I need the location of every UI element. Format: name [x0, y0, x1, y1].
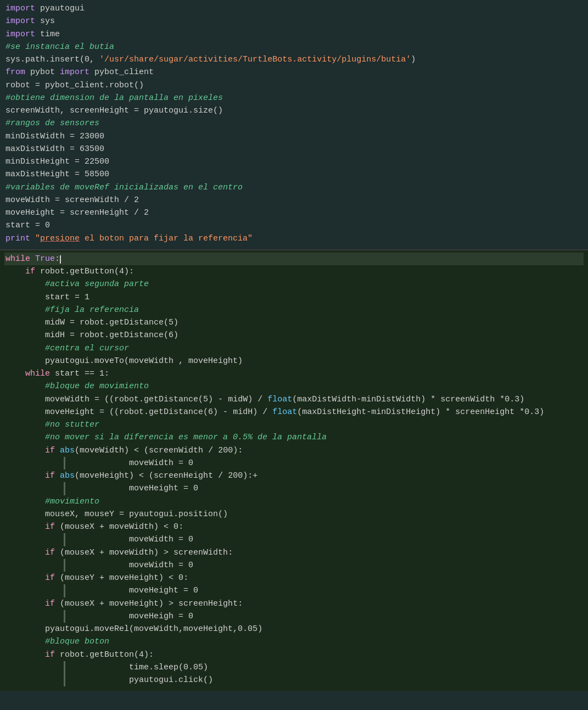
block-line-group: moveHeight = 0: [4, 584, 584, 597]
code-line: #obtiene dimension de la pantalla en pix…: [4, 92, 584, 104]
code-line: #no stutter: [4, 418, 584, 431]
code-line: moveHeight = 0: [65, 584, 584, 597]
code-line: moveWidth = ((robot.getDistance(5) - mid…: [4, 393, 584, 406]
code-line: #variables de moveRef inicializadas en e…: [4, 181, 584, 194]
code-line: midH = robot.getDistance(6): [4, 329, 584, 342]
code-editor[interactable]: import pyautogui import sys import time …: [0, 0, 588, 710]
code-line: #fija la referencia: [4, 304, 584, 316]
code-line: if (mouseY + moveHeight) < 0:: [4, 572, 584, 584]
code-line: time.sleep(0.05): [65, 661, 584, 674]
block-line-group: moveHeigh = 0: [4, 610, 584, 623]
code-line: start = 0: [4, 219, 584, 232]
code-line: minDistWidth = 23000: [4, 130, 584, 143]
code-line: import pyautogui: [4, 2, 584, 15]
code-line: sys.path.insert(0, '/usr/share/sugar/act…: [4, 53, 584, 66]
code-line: maxDistWidth = 63500: [4, 143, 584, 155]
code-line: moveHeigh = 0: [65, 610, 584, 623]
block-line-group: moveWidth = 0: [4, 533, 584, 546]
code-line: if abs(moveHeight) < (screenHeight / 200…: [4, 469, 584, 482]
code-line: if robot.getButton(4):: [4, 648, 584, 661]
code-line: minDistHeight = 22500: [4, 155, 584, 168]
code-line: moveWidth = 0: [65, 457, 584, 469]
code-line: moveHeight = 0: [65, 482, 584, 495]
code-line: moveWidth = 0: [65, 559, 584, 572]
code-line-while-true: while True:: [4, 253, 584, 265]
code-line: import time: [4, 28, 584, 41]
code-line: pyautogui.click(): [65, 674, 584, 686]
code-line: moveHeight = screenHeight / 2: [4, 206, 584, 219]
code-line: start = 1: [4, 291, 584, 304]
code-line: #bloque boton: [4, 635, 584, 648]
block-line-group: moveWidth = 0: [4, 457, 584, 469]
block-line-group: moveWidth = 0: [4, 559, 584, 572]
code-line: moveWidth = screenWidth / 2: [4, 194, 584, 206]
code-line: print "presione el boton para fijar la r…: [4, 232, 584, 245]
code-line: screenWidth, screenHeight = pyautogui.si…: [4, 104, 584, 117]
code-line: #movimiento: [4, 495, 584, 508]
code-line: while start == 1:: [4, 367, 584, 380]
code-line: #centra el cursor: [4, 342, 584, 355]
code-line: #se instancia el butia: [4, 41, 584, 53]
code-line: pyautogui.moveRel(moveWidth,moveHeight,0…: [4, 623, 584, 635]
code-line: #activa segunda parte: [4, 278, 584, 290]
code-line: pyautogui.moveTo(moveWidth , moveHeight): [4, 355, 584, 367]
code-line: if (mouseX + moveWidth) > screenWidth:: [4, 546, 584, 559]
code-line: #bloque de movimiento: [4, 380, 584, 393]
code-line: maxDistHeight = 58500: [4, 168, 584, 181]
code-line: mouseX, mouseY = pyautogui.position(): [4, 508, 584, 521]
top-section: import pyautogui import sys import time …: [0, 0, 588, 249]
code-line: #rangos de sensores: [4, 117, 584, 130]
code-line: import sys: [4, 15, 584, 27]
code-line: from pybot import pybot_client: [4, 66, 584, 79]
code-line: if (mouseX + moveWidth) < 0:: [4, 521, 584, 533]
code-line: moveHeight = ((robot.getDistance(6) - mi…: [4, 406, 584, 418]
code-line: if (mouseX + moveHeight) > screenHeight:: [4, 597, 584, 610]
bottom-section: while True: if robot.getButton(4): #acti…: [0, 250, 588, 691]
code-line: robot = pybot_client.robot(): [4, 79, 584, 92]
code-line: #no mover si la diferencia es menor a 0.…: [4, 431, 584, 444]
block-line-group: moveHeight = 0: [4, 482, 584, 495]
code-line: if abs(moveWidth) < (screenWidth / 200):: [4, 444, 584, 457]
code-line: if robot.getButton(4):: [4, 265, 584, 278]
code-line: midW = robot.getDistance(5): [4, 316, 584, 329]
code-line: moveWidth = 0: [65, 533, 584, 546]
block-line-group: time.sleep(0.05) pyautogui.click(): [4, 661, 584, 687]
